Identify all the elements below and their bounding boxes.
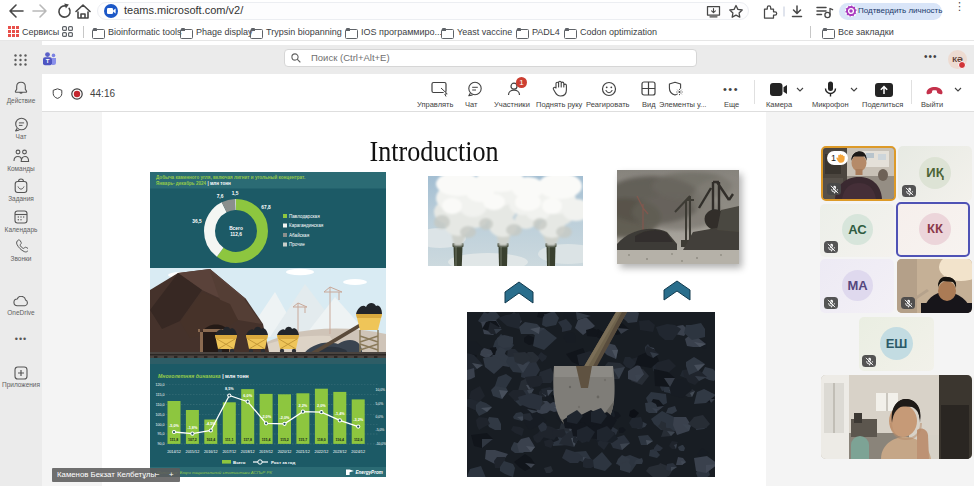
svg-text:T: T (46, 58, 50, 64)
svg-text:8,5%: 8,5% (225, 387, 234, 391)
svg-text:2016/12: 2016/12 (204, 450, 218, 454)
svg-text:-10,0%: -10,0% (376, 442, 387, 446)
svg-text:115,4: 115,4 (262, 438, 271, 442)
svg-text:Павлодарская: Павлодарская (289, 214, 320, 219)
svg-text:36,5: 36,5 (192, 219, 202, 224)
svg-text:Всего: Всего (233, 460, 246, 465)
svg-text:115,7: 115,7 (299, 438, 308, 442)
svg-text:90,0: 90,0 (158, 442, 165, 446)
svg-text:102,4: 102,4 (206, 438, 215, 442)
svg-text:100,0: 100,0 (156, 423, 165, 427)
svg-text:107,2: 107,2 (188, 438, 197, 442)
svg-text:5,0%: 5,0% (376, 402, 384, 406)
svg-text:-5,0%: -5,0% (169, 424, 180, 428)
svg-text:7,6: 7,6 (217, 194, 224, 199)
svg-text:110,0: 110,0 (156, 403, 165, 407)
svg-text:Карагандинская: Карагандинская (289, 223, 324, 228)
svg-text:0,0%: 0,0% (376, 415, 384, 419)
svg-text:-4,5%: -4,5% (206, 422, 217, 426)
svg-text:67,8: 67,8 (261, 205, 271, 210)
svg-text:-5,0%: -5,0% (376, 428, 385, 432)
svg-text:10,0%: 10,0% (376, 388, 386, 392)
svg-text:105,0: 105,0 (156, 413, 165, 417)
svg-text:Январь- декабрь 2024 | млн тон: Январь- декабрь 2024 | млн тонн (156, 180, 231, 186)
svg-text:2019/12: 2019/12 (259, 450, 273, 454)
svg-text:-1,8%: -1,8% (187, 426, 198, 430)
svg-text:2022/12: 2022/12 (315, 450, 329, 454)
svg-text:115,0: 115,0 (156, 393, 165, 397)
svg-text:2017/12: 2017/12 (222, 450, 236, 454)
svg-text:111,8: 111,8 (170, 438, 178, 442)
svg-text:112,6: 112,6 (230, 232, 242, 237)
svg-text:-1,4%: -1,4% (335, 412, 346, 416)
svg-text:Рост за год: Рост за год (271, 460, 295, 465)
svg-text:EnergyProm: EnergyProm (356, 470, 383, 475)
svg-text:2,2%: 2,2% (299, 404, 308, 408)
svg-text:2,0%: 2,0% (317, 404, 326, 408)
svg-text:115,2: 115,2 (280, 438, 289, 442)
svg-text:1,5: 1,5 (232, 191, 239, 196)
svg-text:2015/12: 2015/12 (186, 450, 200, 454)
svg-text:6,0%: 6,0% (243, 394, 252, 398)
svg-text:118,0: 118,0 (317, 438, 326, 442)
svg-text:2021/12: 2021/12 (296, 450, 310, 454)
svg-text:Добыча каменного угля, включая: Добыча каменного угля, включая лигнит и … (156, 174, 305, 180)
svg-text:120,0: 120,0 (156, 383, 165, 387)
svg-text:Прочие: Прочие (289, 242, 305, 247)
svg-text:Всего: Всего (229, 226, 243, 231)
svg-text:Многолетняя динамика | млн тон: Многолетняя динамика | млн тонн (158, 373, 249, 379)
svg-text:117,8: 117,8 (243, 438, 252, 442)
svg-text:-2,0%: -2,0% (261, 415, 272, 419)
svg-text:-2,0%: -2,0% (280, 416, 291, 420)
svg-text:2024/12: 2024/12 (351, 450, 365, 454)
svg-text:2018/12: 2018/12 (241, 450, 255, 454)
svg-text:2014/12: 2014/12 (167, 450, 181, 454)
svg-text:Абайская: Абайская (289, 232, 310, 238)
svg-text:95,0: 95,0 (158, 432, 165, 436)
svg-text:2023/12: 2023/12 (333, 450, 347, 454)
svg-text:112,6: 112,6 (354, 438, 363, 442)
svg-text:111,1: 111,1 (225, 438, 233, 442)
svg-text:2020/12: 2020/12 (278, 450, 292, 454)
svg-text:116,4: 116,4 (336, 438, 345, 442)
svg-text:-3,2%: -3,2% (353, 418, 364, 422)
